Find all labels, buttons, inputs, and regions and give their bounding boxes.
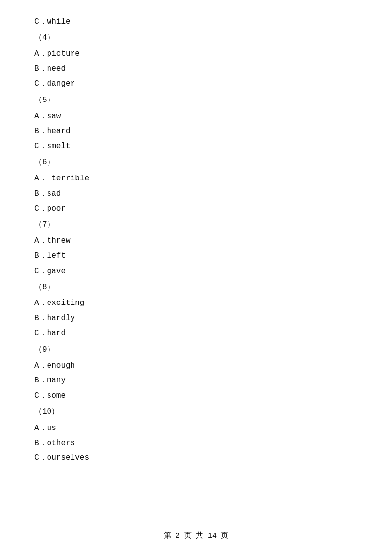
answer-option: B．sad xyxy=(34,187,363,201)
answer-option: C．gave xyxy=(34,264,363,278)
question-number: （8） xyxy=(34,280,363,295)
answer-option: C．some xyxy=(34,389,363,403)
answer-option: C．smelt xyxy=(34,139,363,153)
answer-option: B．many xyxy=(34,374,363,388)
page-footer: 第 2 页 共 14 页 xyxy=(0,531,392,540)
question-number: （7） xyxy=(34,218,363,232)
answer-option: B．need xyxy=(34,62,363,76)
question-number: （4） xyxy=(34,31,363,45)
answer-option: A．threw xyxy=(34,234,363,248)
answer-option: B．others xyxy=(34,436,363,451)
answer-option: A．enough xyxy=(34,359,363,373)
answer-option: C．ourselves xyxy=(34,451,363,465)
question-number: （9） xyxy=(34,343,363,357)
answer-option: C．while xyxy=(34,15,363,29)
answer-option: C．hard xyxy=(34,327,363,341)
answer-option: A．us xyxy=(34,421,363,435)
answer-option: C．danger xyxy=(34,77,363,91)
answer-option: B．hardly xyxy=(34,311,363,326)
answer-option: A．picture xyxy=(34,47,363,61)
answer-option: B．left xyxy=(34,249,363,263)
question-number: （5） xyxy=(34,93,363,107)
answer-option: A． terrible xyxy=(34,172,363,186)
answer-option: A．exciting xyxy=(34,296,363,310)
answer-option: A．saw xyxy=(34,109,363,124)
answer-option: C．poor xyxy=(34,202,363,216)
answer-option: B．heard xyxy=(34,125,363,139)
question-number: （6） xyxy=(34,155,363,170)
question-number: （10） xyxy=(34,405,363,419)
page-content: C．while（4）A．pictureB．needC．danger（5）A．sa… xyxy=(0,0,392,496)
